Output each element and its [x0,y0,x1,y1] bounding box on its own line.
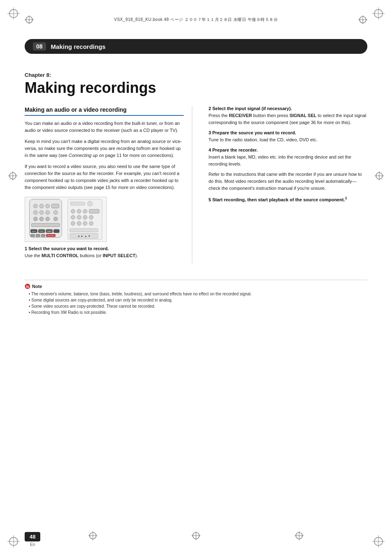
note-item-4: Recording from XM Radio is not possible. [29,309,367,315]
svg-text:DVR: DVR [48,231,51,233]
reg-mark-top-right [358,15,367,24]
right-column: 2 Select the input signal (if necessary)… [205,106,368,264]
side-reg-mark-right [375,171,384,182]
remote-control-svg: DVD TV DVR RECORD [25,197,107,242]
step-3-block: 3 Prepare the source you want to record.… [209,130,368,143]
svg-rect-46 [36,235,40,237]
svg-point-59 [83,215,87,219]
svg-point-29 [33,211,37,215]
step-5-superscript: 1 [345,196,347,200]
note-title: N Note [25,283,367,289]
file-info-text: VSX_918_818_KU.book 48 ページ ２００７年１１月２８日 水… [114,17,278,23]
header-chapter-title: Making recordings [51,43,106,50]
chapter-label: Chapter 8: [25,72,367,78]
step-5-title: 5 Start recording, then start playback o… [209,196,368,202]
step-2-block: 2 Select the input signal (if necessary)… [209,106,368,126]
svg-point-57 [71,215,75,219]
svg-point-32 [54,211,58,215]
note-item-2: Some digital sources are copy-protected,… [29,297,367,303]
header-bar: 08 Making recordings [25,39,367,54]
step-4-body-1: Insert a blank tape, MD, video etc. into… [209,154,368,168]
svg-point-26 [39,204,44,208]
svg-rect-28 [52,204,59,208]
svg-point-35 [46,217,50,221]
note-item-1: The receiver's volume, balance, tone (ba… [29,291,367,297]
svg-text:DVD: DVD [32,231,35,233]
intro-text-2: Keep in mind you can't make a digital re… [25,138,184,159]
svg-text:TV: TV [41,231,43,233]
svg-rect-47 [41,235,45,237]
intro-text-1: You can make an audio or a video recordi… [25,120,184,134]
svg-point-34 [39,217,44,221]
reg-mark-bottom-2 [191,531,201,540]
left-column: Making an audio or a video recording You… [25,106,192,264]
note-item-3: Some video sources are copy-protected. T… [29,303,367,309]
step-4-title: 4 Prepare the recorder. [209,147,368,152]
reg-mark-top-left [25,15,34,24]
step-3-body: Tune to the radio station, load the CD, … [209,136,368,143]
page: VSX_918_818_KU.book 48 ページ ２００７年１１月２８日 水… [0,0,392,555]
svg-rect-45 [31,235,35,237]
svg-point-52 [88,201,92,206]
side-reg-mark-left [8,171,17,182]
step-3-title: 3 Prepare the source you want to record. [209,130,368,135]
step-4-block: 4 Prepare the recorder. Insert a blank t… [209,147,368,192]
note-section: N Note The receiver's volume, balance, t… [25,280,367,315]
svg-text:◄ ► ▲ ▼: ◄ ► ▲ ▼ [77,235,91,237]
svg-rect-41 [54,230,60,233]
svg-text:RECORD: RECORD [47,235,54,237]
reg-mark-bottom-1 [88,531,97,540]
svg-point-54 [77,210,81,214]
chapter-title: Making recordings [25,80,367,96]
top-marks-area: VSX_918_818_KU.book 48 ページ ２００７年１１月２８日 水… [0,0,392,39]
note-icon: N [25,283,30,289]
svg-point-55 [83,210,87,214]
section-heading: Making an audio or a video recording [25,106,184,116]
svg-rect-56 [89,210,99,214]
svg-rect-37 [32,223,60,227]
header-chapter-num: 08 [33,42,46,51]
svg-point-31 [46,211,50,215]
svg-point-64 [89,221,93,226]
svg-rect-51 [71,202,85,205]
svg-point-36 [54,217,58,221]
two-column-layout: Making an audio or a video recording You… [25,106,367,264]
reg-mark-bottom-3 [295,531,304,540]
step-5-block: 5 Start recording, then start playback o… [209,196,368,202]
step-1-block: 1 Select the source you want to record. … [25,246,184,259]
svg-point-27 [46,204,50,208]
step-1-body: Use the MULTI CONTROL buttons (or INPUT … [25,252,184,259]
main-content: Chapter 8: Making recordings Making an a… [25,64,367,510]
svg-point-63 [83,221,87,226]
step-4-body-2: Refer to the instructions that came with… [209,171,368,192]
svg-text:N: N [26,285,29,289]
step-1-title: 1 Select the source you want to record. [25,246,184,251]
svg-point-62 [77,221,81,226]
svg-point-25 [33,204,37,208]
svg-rect-65 [70,229,98,232]
svg-point-33 [33,217,37,221]
svg-point-60 [89,215,93,219]
svg-point-30 [39,211,44,215]
step-2-body: Press the RECEIVER button then press SIG… [209,112,368,126]
remote-control-image-area: DVD TV DVR RECORD [25,197,184,242]
step-2-title: 2 Select the input signal (if necessary)… [209,106,368,111]
bottom-marks-area [0,516,392,555]
intro-text-3: If you want to record a video source, yo… [25,163,184,191]
svg-point-58 [77,215,81,219]
svg-point-53 [71,210,75,214]
svg-point-61 [71,221,75,226]
